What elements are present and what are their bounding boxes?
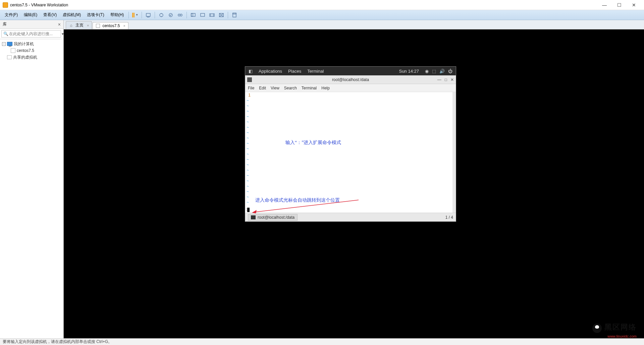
term-menu-search[interactable]: Search	[284, 86, 297, 90]
menu-view[interactable]: 查看(V)	[41, 11, 59, 19]
taskbar-app-terminal[interactable]: root@localhost:/data	[248, 214, 298, 221]
tab-vm[interactable]: centos7.5 ×	[93, 22, 128, 29]
svg-line-12	[255, 200, 359, 212]
gnome-top-bar: ◧ Applications Places Terminal Sun 14:27…	[245, 67, 456, 75]
terminal-menubar: File Edit View Search Terminal Help	[245, 84, 456, 92]
taskbar-terminal-icon	[251, 215, 256, 219]
tab-home[interactable]: ⌂ 主页 ×	[66, 21, 92, 29]
vim-tilde: ~	[247, 125, 249, 130]
main-panel: ⌂ 主页 × centos7.5 × ◧ Applications Places…	[64, 20, 644, 338]
tab-vm-label: centos7.5	[102, 23, 120, 28]
terminal-scrollbar[interactable]	[452, 92, 456, 213]
tab-vm-close[interactable]: ×	[123, 24, 125, 28]
send-ctrl-alt-del-button[interactable]	[144, 11, 153, 19]
svg-rect-11	[233, 13, 236, 14]
sidebar-search: 🔍 ▼	[0, 29, 63, 39]
close-button[interactable]: ✕	[627, 0, 641, 10]
term-menu-file[interactable]: File	[248, 86, 254, 90]
term-maximize-button[interactable]: □	[445, 77, 447, 82]
svg-rect-7	[201, 13, 205, 16]
collapse-icon[interactable]: −	[2, 42, 6, 46]
vim-tilde: ~	[247, 168, 249, 172]
vim-cursor	[247, 208, 250, 212]
menu-help[interactable]: 帮助(H)	[108, 11, 127, 19]
menu-edit[interactable]: 编辑(E)	[21, 11, 40, 19]
svg-rect-8	[210, 14, 214, 16]
vim-tilde: ~	[247, 162, 249, 167]
menubar: 文件(F) 编辑(E) 查看(V) 虚拟机(M) 选项卡(T) 帮助(H) ▼	[0, 10, 644, 20]
vim-tilde: ~	[247, 109, 249, 114]
term-menu-edit[interactable]: Edit	[259, 86, 266, 90]
sidebar-title: 库	[3, 21, 7, 27]
gnome-clock[interactable]: Sun 14:27	[399, 69, 419, 74]
snapshot-manager-button[interactable]	[176, 11, 184, 19]
svg-rect-0	[146, 13, 150, 16]
tabs-bar: ⌂ 主页 × centos7.5 ×	[64, 20, 644, 29]
tree-vm-label: centos7.5	[17, 48, 34, 53]
gnome-places[interactable]: Places	[288, 69, 301, 74]
vim-tilde: ~	[247, 114, 249, 119]
annotation-ex-mode: 输入“：”进入扩展命令模式	[285, 140, 341, 146]
tree-shared-label: 共享的虚拟机	[13, 55, 37, 60]
library-tree: − 我的计算机 centos7.5 共享的虚拟机	[0, 39, 63, 62]
tab-home-label: 主页	[75, 22, 84, 28]
taskbar-app-label: root@localhost:/data	[258, 215, 294, 220]
gnome-applications[interactable]: Applications	[259, 69, 282, 74]
vim-tilde: ~	[247, 98, 249, 103]
vim-command-line[interactable]: :	[246, 207, 250, 212]
watermark: 黑区网络 www.linuxidc.com	[592, 322, 637, 339]
vim-tilde: ~	[247, 157, 249, 162]
view-stretch-button[interactable]	[217, 11, 226, 19]
term-close-button[interactable]: ✕	[450, 77, 454, 82]
vm-console[interactable]: ◧ Applications Places Terminal Sun 14:27…	[64, 29, 644, 338]
menu-tabs[interactable]: 选项卡(T)	[84, 11, 107, 19]
vim-tilde: ~	[247, 184, 249, 189]
tab-home-close[interactable]: ×	[87, 23, 89, 27]
terminal-body[interactable]: 1 ~ ~ ~ ~ ~ ~ ~ ~ ~ ~ ~ ~ ~ ~ ~	[245, 92, 456, 213]
term-menu-help[interactable]: Help	[321, 86, 330, 90]
maximize-button[interactable]: ☐	[612, 0, 627, 10]
computer-icon	[7, 42, 12, 46]
vim-tilde: ~	[247, 195, 249, 199]
terminal-titlebar[interactable]: root@localhost:/data — □ ✕	[245, 75, 456, 84]
term-menu-view[interactable]: View	[271, 86, 279, 90]
tree-root-label: 我的计算机	[14, 41, 34, 47]
sidebar-search-input[interactable]	[1, 30, 61, 38]
term-minimize-button[interactable]: —	[437, 77, 441, 82]
app-titlebar: centos7.5 - VMware Workstation — ☐ ✕	[0, 0, 644, 10]
accessibility-icon[interactable]: ◉	[425, 69, 429, 74]
workspace-indicator[interactable]: 1 / 4	[445, 215, 453, 220]
network-icon[interactable]: ⬚	[432, 69, 436, 74]
menu-file[interactable]: 文件(F)	[2, 11, 20, 19]
volume-icon[interactable]: 🔊	[439, 69, 445, 74]
vim-tilde: ~	[247, 146, 249, 151]
term-menu-terminal[interactable]: Terminal	[302, 86, 317, 90]
view-library-button[interactable]	[230, 11, 239, 19]
pause-vm-button[interactable]: ▼	[131, 11, 140, 19]
gnome-terminal-app[interactable]: Terminal	[307, 69, 324, 74]
vim-tilde: ~	[247, 179, 249, 183]
terminal-title: root@localhost:/data	[332, 77, 369, 82]
snapshot-revert-button[interactable]	[166, 11, 175, 19]
tree-shared-vms[interactable]: 共享的虚拟机	[1, 54, 62, 61]
view-unity-button[interactable]	[208, 11, 216, 19]
view-console-button[interactable]	[189, 11, 198, 19]
view-fullscreen-button[interactable]	[198, 11, 207, 19]
tree-root-my-computer[interactable]: − 我的计算机	[1, 41, 62, 47]
terminal-app-icon	[247, 77, 252, 82]
svg-rect-6	[191, 13, 193, 16]
svg-rect-10	[233, 13, 236, 17]
menu-vm[interactable]: 虚拟机(M)	[60, 11, 84, 19]
status-text: 要将输入定向到该虚拟机，请在虚拟机内部单击或按 Ctrl+G。	[3, 339, 112, 345]
svg-rect-5	[191, 13, 195, 16]
vim-tilde: ~	[247, 120, 249, 124]
svg-marker-13	[252, 210, 257, 213]
minimize-button[interactable]: —	[597, 0, 612, 10]
snapshot-take-button[interactable]	[157, 11, 166, 19]
sidebar-close-button[interactable]: ×	[58, 22, 61, 27]
status-bar: 要将输入定向到该虚拟机，请在虚拟机内部单击或按 Ctrl+G。	[0, 338, 644, 345]
svg-point-4	[180, 14, 182, 16]
power-icon[interactable]: ⏻	[448, 69, 452, 74]
watermark-logo-icon	[592, 324, 602, 333]
tree-vm-centos[interactable]: centos7.5	[1, 47, 62, 54]
